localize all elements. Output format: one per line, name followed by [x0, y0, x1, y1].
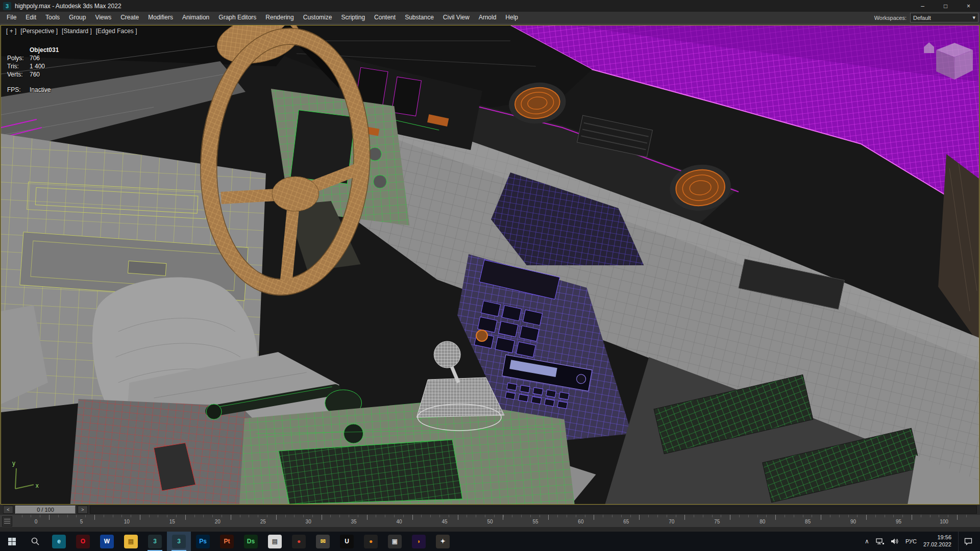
menu-item[interactable]: Graph Editors	[214, 12, 261, 23]
menu-item[interactable]: Group	[64, 12, 90, 23]
chevron-down-icon: ▾	[972, 14, 975, 21]
window-title: highpoly.max - Autodesk 3ds Max 2022	[15, 3, 121, 10]
center-console-green[interactable]	[239, 400, 575, 504]
dash-knob-orange	[476, 330, 487, 341]
menu-item[interactable]: Create	[116, 12, 143, 23]
menubar: FileEditToolsGroupViewsCreateModifiersAn…	[0, 12, 980, 23]
frame-number: 0	[13, 519, 59, 524]
workspace-dropdown[interactable]: Default ▾	[910, 13, 978, 22]
viewport-menu-pov[interactable]: [Perspective ]	[20, 28, 58, 35]
menu-item[interactable]: Rendering	[261, 12, 298, 23]
viewport-menu-shading[interactable]: [Edged Faces ]	[96, 28, 137, 35]
menu-item[interactable]: Modifiers	[143, 12, 178, 23]
track-bar[interactable]: 0510152025303540455055606570758085909510…	[0, 515, 980, 528]
taskbar-app-icon[interactable]: ✦	[431, 532, 455, 551]
frame-number: 30	[286, 519, 331, 524]
frame-number: 50	[468, 519, 513, 524]
menu-item[interactable]: Content	[370, 12, 400, 23]
console-knob	[344, 424, 363, 443]
frame-number: 45	[422, 519, 468, 524]
taskbar-app-icon[interactable]: ◗	[407, 532, 431, 551]
3dsmax-logo-icon: 3	[3, 2, 11, 10]
viewport-menu-renderer[interactable]: [Standard ]	[62, 28, 92, 35]
stats-object-name: Object031	[30, 46, 59, 54]
menu-item[interactable]: Customize	[299, 12, 337, 23]
taskbar-app-icon[interactable]: ▤	[119, 532, 143, 551]
stats-row: Verts: 760	[7, 70, 59, 79]
time-slider-track[interactable]	[90, 506, 977, 514]
notification-icon	[964, 538, 972, 545]
taskbar-app-icon[interactable]: Ds	[239, 532, 263, 551]
taskbar-app-icon[interactable]: U	[335, 532, 359, 551]
viewport-3d[interactable]: x y [ + ] [Perspective ] [Standard ] [Ed…	[1, 25, 979, 505]
frame-number: 40	[377, 519, 422, 524]
frame-number: 10	[104, 519, 150, 524]
taskbar-app-icon[interactable]: ▣	[383, 532, 407, 551]
time-slider-handle[interactable]: 0 / 100	[15, 506, 76, 514]
stats-row: Polys: 706	[7, 54, 59, 62]
frame-number: 100	[921, 519, 967, 524]
taskbar-app-icon[interactable]: Ps	[191, 532, 215, 551]
scene-canvas[interactable]: x y	[1, 26, 979, 504]
maximize-button[interactable]: □	[934, 0, 957, 12]
menu-item[interactable]: Substance	[400, 12, 438, 23]
menu-item[interactable]: Scripting	[336, 12, 370, 23]
taskbar-app-icon[interactable]: ●	[359, 532, 383, 551]
taskbar-clock[interactable]: 19:56 27.02.2022	[923, 534, 951, 548]
taskbar-app-icon[interactable]: 3	[167, 532, 191, 551]
taskbar-app-icon[interactable]: W	[95, 532, 119, 551]
tray-date: 27.02.2022	[923, 541, 951, 548]
volume-icon[interactable]	[891, 538, 899, 545]
network-icon[interactable]	[876, 538, 884, 545]
minimize-button[interactable]: –	[911, 0, 934, 12]
menu-item[interactable]: File	[2, 12, 21, 23]
taskbar-app-icon[interactable]: 3	[143, 532, 167, 551]
viewport-statistics: Object031 Polys: 706 Tris: 1 400 Verts: …	[7, 46, 59, 94]
frame-number: 60	[558, 519, 603, 524]
axis-y-label: y	[12, 460, 15, 467]
menu-item[interactable]: Tools	[41, 12, 64, 23]
menu-item[interactable]: Help	[501, 12, 523, 23]
statusbar-strip	[0, 527, 980, 532]
close-button[interactable]: ×	[957, 0, 980, 12]
menu-item[interactable]: Arnold	[474, 12, 501, 23]
taskbar-app-icon[interactable]: ●	[287, 532, 311, 551]
frame-number: 95	[876, 519, 921, 524]
frame-number: 55	[512, 519, 558, 524]
taskbar-app-icon[interactable]: Pt	[215, 532, 239, 551]
viewport-label: [ + ] [Perspective ] [Standard ] [Edged …	[6, 28, 137, 35]
viewport-menu-general[interactable]: [ + ]	[6, 28, 16, 35]
menu-item[interactable]: Views	[90, 12, 116, 23]
taskbar-search-button[interactable]	[23, 532, 47, 551]
menu-item[interactable]: Civil View	[438, 12, 474, 23]
taskbar-app-icon[interactable]: ✉	[311, 532, 335, 551]
time-slider: < 0 / 100 >	[0, 505, 980, 515]
language-indicator[interactable]: РУС	[905, 538, 917, 544]
frame-number: 20	[195, 519, 240, 524]
frame-number: 70	[649, 519, 694, 524]
menu-item[interactable]: Animation	[178, 12, 214, 23]
stats-rows: Polys: 706 Tris: 1 400 Verts: 760	[7, 54, 59, 79]
tray-expand-icon[interactable]: ∧	[865, 538, 869, 545]
taskbar-app-icon[interactable]: e	[47, 532, 71, 551]
start-button[interactable]	[0, 532, 23, 551]
previous-frame-button[interactable]: <	[3, 506, 13, 514]
menu-items: FileEditToolsGroupViewsCreateModifiersAn…	[2, 12, 523, 23]
door-handle	[128, 261, 166, 276]
workspace-value: Default	[913, 15, 931, 21]
taskbar-app-icon[interactable]: O	[71, 532, 95, 551]
stats-row: Tris: 1 400	[7, 62, 59, 70]
windows-logo-icon	[8, 538, 16, 545]
frame-numbers: 0510152025303540455055606570758085909510…	[13, 519, 967, 524]
action-center-button[interactable]	[958, 532, 978, 551]
next-frame-button[interactable]: >	[78, 506, 88, 514]
stats-fps-row: FPS: Inactive	[7, 86, 59, 94]
axis-x-label: x	[36, 482, 39, 489]
frame-number: 5	[59, 519, 104, 524]
titlebar: 3 highpoly.max - Autodesk 3ds Max 2022 –…	[0, 0, 980, 12]
taskbar-app-icon[interactable]: ▤	[263, 532, 287, 551]
menu-item[interactable]: Edit	[21, 12, 41, 23]
frame-number: 75	[694, 519, 740, 524]
tray-time: 19:56	[923, 534, 951, 541]
mini-trackbar-icon[interactable]	[2, 516, 12, 527]
